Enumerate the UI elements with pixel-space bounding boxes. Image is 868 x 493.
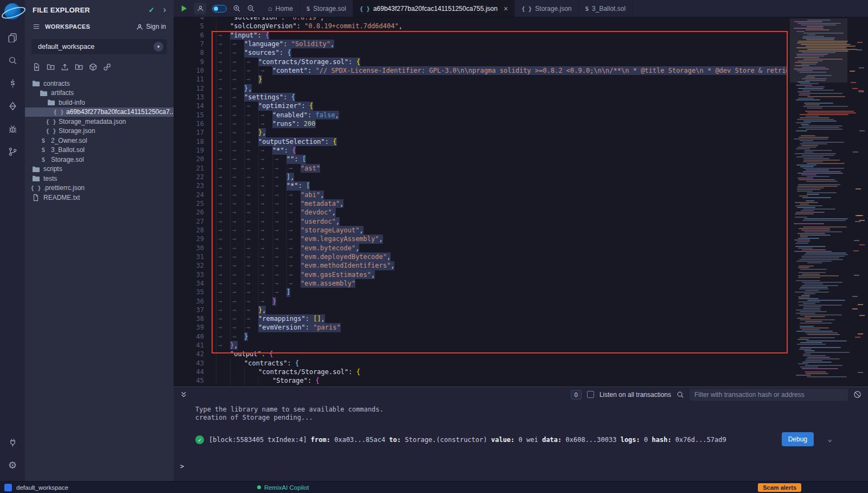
code-line: 30→→→→→→"evm.bytecode", (174, 244, 787, 252)
indent-guide: → (230, 252, 244, 261)
close-icon[interactable]: × (503, 5, 508, 12)
tree-item-2-owner-sol[interactable]: S2_Owner.sol (25, 136, 174, 146)
activity-solidity-compiler-button[interactable]: S (0, 72, 25, 94)
activity-settings-button[interactable]: ⚙ (0, 454, 25, 477)
minimap-line (805, 365, 843, 366)
tree-item-3-ballot-sol[interactable]: S3_Ballot.sol (25, 146, 174, 155)
hamburger-icon[interactable] (33, 23, 40, 30)
code-content: "output": { (204, 350, 787, 358)
minimap-line (806, 340, 847, 342)
scam-alerts-badge[interactable]: Scam alerts (758, 483, 801, 492)
indent-guide: → (258, 146, 272, 155)
tree-item-storage-json[interactable]: { }Storage.json (25, 127, 174, 136)
indent-guide: → (272, 208, 286, 217)
chevron-right-icon[interactable]: › (163, 5, 166, 14)
editor-tab[interactable]: S3_Ballot.sol (579, 0, 633, 17)
zoom-out-button[interactable] (247, 4, 255, 12)
code-text: "evmVersion": "paris" (258, 323, 341, 332)
code-text: "output": { (230, 350, 273, 358)
sign-in-button[interactable]: Sign in (136, 23, 166, 30)
copilot-toggle[interactable] (212, 5, 227, 12)
minimap-line (798, 267, 809, 268)
code-line: 4"solcVersion": "0.8.19", (174, 17, 787, 22)
code-content: →→→→→→"metadata", (204, 199, 787, 208)
copilot-status[interactable]: RemixAI Copilot (257, 484, 309, 491)
tree-item-contracts[interactable]: contracts (25, 79, 174, 89)
account-button[interactable] (194, 3, 206, 15)
line-number: 14 (174, 102, 204, 110)
tree-item-a69b43f277ba20fcac141151250ca7-[interactable]: { }a69b43f277ba20fcac141151250ca7... (25, 108, 174, 117)
minimap[interactable] (790, 17, 847, 387)
new-folder-button[interactable] (47, 63, 55, 71)
workspace-caret-icon[interactable]: ▾ (154, 42, 163, 52)
code-line: 32→→→→→→"evm.methodIdentifiers", (174, 261, 787, 270)
indent-guide: → (230, 208, 244, 217)
run-button[interactable] (180, 4, 188, 12)
expand-terminal-icon[interactable] (180, 391, 187, 398)
tree-item--prettierrc-json[interactable]: { }.prettierrc.json (25, 184, 174, 193)
solidity-compiler-icon: S (8, 79, 17, 88)
minimap-line (800, 323, 832, 324)
file-tree: contractsartifactsbuild-info{ }a69b43f27… (25, 79, 174, 203)
editor-tab[interactable]: { }Storage.json (515, 0, 578, 17)
debug-button[interactable]: Debug (782, 432, 814, 446)
indent-guide: → (216, 208, 230, 217)
activity-debugger-button[interactable] (0, 117, 25, 140)
minimap-line (799, 50, 848, 52)
listen-checkbox[interactable] (587, 391, 594, 398)
code-content: "contracts": { (204, 359, 787, 368)
tree-item-scripts[interactable]: scripts (25, 165, 174, 174)
line-number: 25 (174, 199, 204, 208)
link-button[interactable] (103, 63, 111, 71)
activity-git-button[interactable] (0, 140, 25, 163)
clear-console-icon[interactable] (853, 390, 861, 399)
indent-guide: → (230, 323, 244, 332)
terminal-prompt[interactable]: > (180, 463, 184, 470)
minimap-line (801, 230, 830, 231)
indent-guide: → (258, 164, 272, 173)
check-icon: ✓ (149, 6, 155, 14)
activity-search-button[interactable] (0, 49, 25, 72)
ipfs-button[interactable] (89, 63, 97, 71)
tree-item-storage-metadata-json[interactable]: { }Storage_metadata.json (25, 117, 174, 127)
zoom-in-button[interactable] (233, 4, 241, 12)
editor-tab[interactable]: { }a69b43f277ba20fcac141151250ca755.json… (353, 0, 515, 17)
tree-item-readme-txt[interactable]: README.txt (25, 193, 174, 203)
tree-item-tests[interactable]: tests (25, 174, 174, 184)
workspace-select[interactable]: default_workspace ▾ (31, 39, 167, 54)
folder-icon (31, 175, 40, 182)
indent-guide: → (216, 191, 230, 199)
ruler-mark (855, 221, 860, 222)
upload-folder-button[interactable] (75, 63, 83, 71)
new-file-button[interactable] (33, 63, 41, 71)
minimap-line (800, 287, 828, 288)
code-text: "evm.legacyAssembly", (301, 235, 383, 243)
activity-deploy-run-button[interactable] (0, 94, 25, 117)
search-icon[interactable] (676, 391, 684, 399)
activity-file-explorer-button[interactable] (0, 26, 25, 49)
minimap-line (803, 160, 840, 161)
minimap-line (800, 337, 835, 338)
tree-item-storage-sol[interactable]: SStorage.sol (25, 155, 174, 165)
remix-logo[interactable] (4, 3, 21, 20)
editor-tab[interactable]: ⌂Home (261, 0, 300, 17)
editor-tab[interactable]: SStorage.sol (300, 0, 353, 17)
remix-badge-icon[interactable] (4, 484, 12, 491)
code-text: "outputSelection": { (258, 137, 337, 146)
indent-guide: → (216, 252, 230, 261)
code-line: 42"output": { (174, 350, 787, 358)
activity-plugin-manager-button[interactable] (0, 431, 25, 454)
tree-item-build-info[interactable]: build-info (25, 98, 174, 108)
indent-guide: → (216, 58, 230, 66)
json-icon: { } (360, 5, 370, 12)
code-editor[interactable]: 4"solcVersion": "0.8.19",5"solcLongVersi… (174, 17, 868, 387)
minimap-line (807, 34, 815, 35)
minimap-line (798, 363, 808, 364)
statusbar-workspace[interactable]: default_workspace (16, 484, 68, 491)
indent-guide: → (286, 252, 301, 261)
upload-file-button[interactable] (61, 63, 69, 71)
expand-tx-icon[interactable]: ⌄ (828, 434, 832, 443)
line-number: 21 (174, 164, 204, 173)
transaction-filter-input[interactable] (690, 389, 848, 401)
tree-item-artifacts[interactable]: artifacts (25, 89, 174, 98)
